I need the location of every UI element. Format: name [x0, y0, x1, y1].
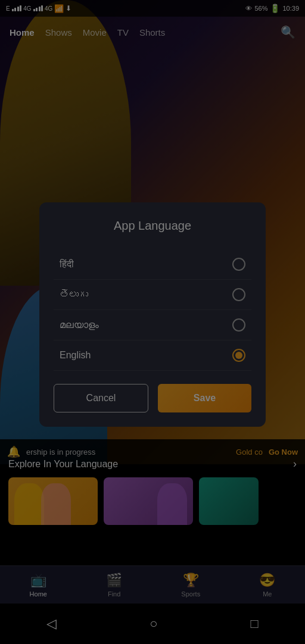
modal-overlay — [0, 0, 305, 644]
